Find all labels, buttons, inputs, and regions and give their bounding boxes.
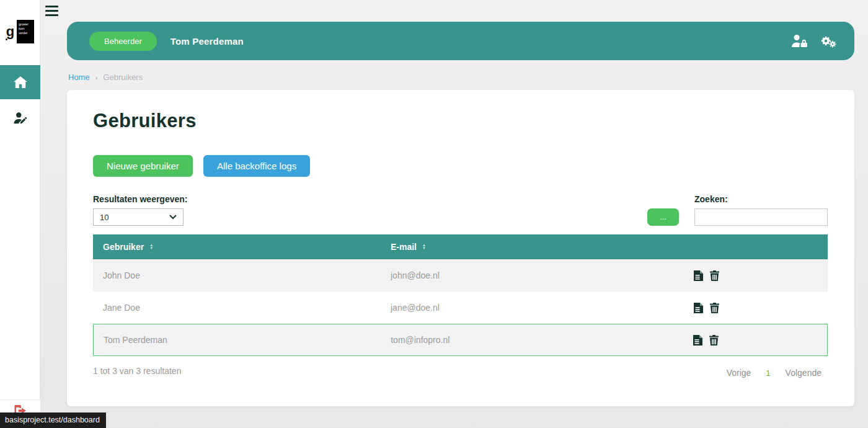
table-row: John Doe john@doe.nl bbox=[93, 259, 828, 292]
results-per-page-select[interactable]: 10 bbox=[93, 208, 184, 226]
cell-user-name: John Doe bbox=[93, 270, 391, 280]
new-user-button[interactable]: Nieuwe gebruiker bbox=[93, 155, 193, 177]
breadcrumb-current: Gebruikers bbox=[103, 73, 143, 82]
table-row-highlighted: Tom Peerdeman tom@infopro.nl bbox=[93, 324, 828, 356]
sort-icon: ▲▼ bbox=[422, 244, 426, 250]
logo-box: groeier kom verder bbox=[17, 20, 34, 43]
pagination-page-1[interactable]: 1 bbox=[766, 368, 770, 378]
hamburger-icon bbox=[45, 6, 58, 7]
results-per-page-label: Resultaten weergeven: bbox=[93, 194, 188, 204]
logo-letter: g bbox=[6, 25, 14, 38]
sidebar-item-users[interactable] bbox=[0, 101, 40, 135]
menu-toggle-button[interactable] bbox=[45, 6, 58, 16]
user-edit-icon bbox=[14, 112, 27, 124]
pagination-previous[interactable]: Vorige bbox=[727, 368, 751, 378]
cell-user-email: tom@infopro.nl bbox=[391, 335, 684, 345]
cell-user-email: john@doe.nl bbox=[391, 270, 685, 280]
current-user-name: Tom Peerdeman bbox=[170, 36, 244, 47]
delete-user-icon[interactable] bbox=[709, 335, 719, 346]
view-logs-icon[interactable] bbox=[693, 335, 702, 346]
sidebar-item-home[interactable] bbox=[0, 65, 40, 99]
breadcrumb-home-link[interactable]: Home bbox=[68, 73, 90, 82]
pagination: Vorige 1 Volgende bbox=[727, 368, 822, 378]
home-icon bbox=[14, 76, 27, 89]
user-lock-icon[interactable] bbox=[792, 35, 808, 47]
results-per-page-value: 10 bbox=[100, 213, 108, 222]
table-row: Jane Doe jane@doe.nl bbox=[93, 292, 828, 324]
view-logs-icon[interactable] bbox=[694, 303, 703, 313]
column-header-email[interactable]: E-mail ▲▼ bbox=[391, 242, 685, 252]
search-label: Zoeken: bbox=[694, 194, 728, 204]
breadcrumb-separator: › bbox=[95, 74, 98, 81]
page-title: Gebruikers bbox=[93, 110, 197, 132]
view-logs-icon[interactable] bbox=[694, 270, 703, 281]
table-header-row: Gebruiker ▲▼ E-mail ▲▼ bbox=[93, 234, 828, 259]
sidebar: g groeier kom verder bbox=[0, 0, 40, 428]
chevron-down-icon bbox=[169, 215, 177, 220]
delete-user-icon[interactable] bbox=[710, 303, 719, 313]
cell-user-name: Jane Doe bbox=[93, 303, 391, 313]
role-badge: Beheerder bbox=[89, 32, 157, 51]
more-options-button[interactable]: ... bbox=[647, 208, 679, 226]
status-url-tooltip: basisproject.test/dashboard bbox=[0, 412, 106, 428]
topbar: Beheerder Tom Peerdeman bbox=[67, 22, 854, 60]
settings-gears-icon[interactable] bbox=[820, 34, 837, 48]
cell-user-name: Tom Peerdeman bbox=[94, 335, 391, 345]
pagination-next[interactable]: Volgende bbox=[786, 368, 822, 378]
sort-icon: ▲▼ bbox=[149, 244, 153, 250]
all-backoffice-logs-button[interactable]: Alle backoffice logs bbox=[203, 155, 310, 177]
results-summary: 1 tot 3 van 3 resultaten bbox=[93, 366, 181, 376]
content-card: Gebruikers Nieuwe gebruiker Alle backoff… bbox=[67, 90, 854, 406]
search-input[interactable] bbox=[694, 208, 828, 226]
users-table: Gebruiker ▲▼ E-mail ▲▼ John Doe john@doe… bbox=[93, 234, 828, 356]
app-logo[interactable]: g groeier kom verder bbox=[0, 17, 40, 46]
column-header-user[interactable]: Gebruiker ▲▼ bbox=[93, 242, 391, 252]
cell-user-email: jane@doe.nl bbox=[391, 303, 685, 313]
delete-user-icon[interactable] bbox=[710, 270, 719, 281]
breadcrumb: Home › Gebruikers bbox=[68, 73, 143, 82]
